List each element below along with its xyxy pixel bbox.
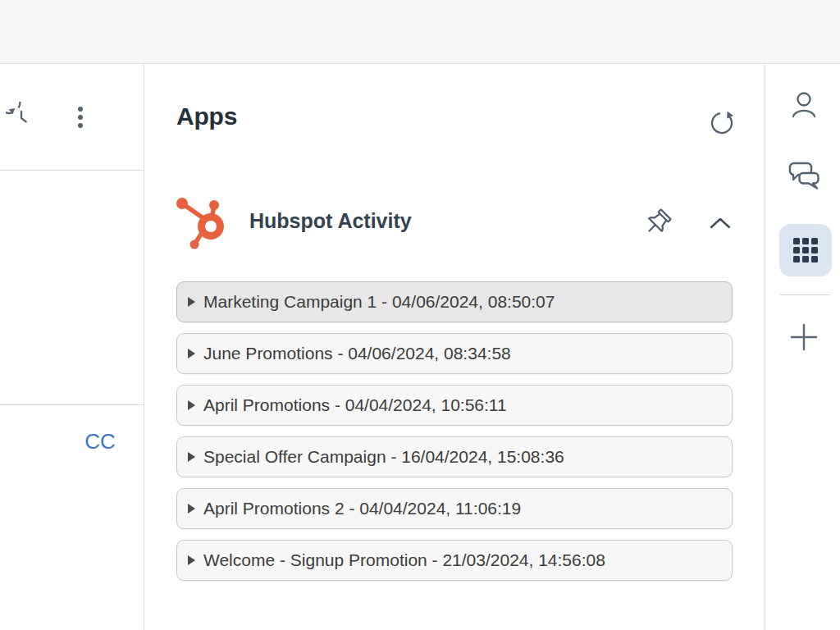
campaign-item[interactable]: Marketing Campaign 1 - 04/06/2024, 08:50… xyxy=(176,281,733,322)
hubspot-logo-icon xyxy=(174,194,231,251)
pin-icon xyxy=(638,206,674,242)
more-options-button[interactable] xyxy=(65,102,96,133)
campaign-item[interactable]: June Promotions - 04/06/2024, 08:34:58 xyxy=(176,333,733,374)
campaign-item[interactable]: Welcome - Signup Promotion - 21/03/2024,… xyxy=(176,540,733,581)
history-icon xyxy=(6,102,37,133)
expand-triangle-icon[interactable] xyxy=(188,555,195,565)
add-app-button[interactable] xyxy=(788,321,820,354)
left-panel-divider xyxy=(0,170,144,171)
more-options-icon xyxy=(65,102,96,133)
widget-title: Hubspot Activity xyxy=(249,209,412,233)
campaign-list: Marketing Campaign 1 - 04/06/2024, 08:50… xyxy=(176,281,733,591)
campaign-item-label: June Promotions - 04/06/2024, 08:34:58 xyxy=(203,344,511,363)
conversations-icon xyxy=(787,159,821,194)
refresh-icon xyxy=(707,107,737,137)
campaign-item-label: Welcome - Signup Promotion - 21/03/2024,… xyxy=(203,550,605,570)
add-icon xyxy=(789,322,819,352)
refresh-button[interactable] xyxy=(705,106,738,139)
left-panel-divider xyxy=(0,404,144,405)
conversations-tab-button[interactable] xyxy=(786,158,822,194)
campaign-item-label: April Promotions 2 - 04/04/2024, 11:06:1… xyxy=(203,499,521,518)
pin-button[interactable] xyxy=(638,206,674,242)
expand-triangle-icon[interactable] xyxy=(188,349,195,358)
campaign-item[interactable]: April Promotions 2 - 04/04/2024, 11:06:1… xyxy=(176,488,733,529)
expand-triangle-icon[interactable] xyxy=(188,297,195,307)
cc-field-label[interactable]: CC xyxy=(80,429,120,454)
collapse-widget-button[interactable] xyxy=(705,212,735,235)
top-bar xyxy=(0,0,840,64)
expand-triangle-icon[interactable] xyxy=(188,400,195,410)
campaign-item-label: Marketing Campaign 1 - 04/06/2024, 08:50… xyxy=(203,292,555,312)
history-button[interactable] xyxy=(6,102,37,133)
apps-tab-button[interactable] xyxy=(779,224,832,276)
chevron-up-icon xyxy=(709,215,732,231)
left-panel: CC xyxy=(0,65,144,630)
campaign-item[interactable]: April Promotions - 04/04/2024, 10:56:11 xyxy=(176,385,733,426)
expand-triangle-icon[interactable] xyxy=(188,452,195,462)
sidebar-divider xyxy=(780,294,830,295)
contact-tab-button[interactable] xyxy=(788,89,820,122)
campaign-item-label: April Promotions - 04/04/2024, 10:56:11 xyxy=(203,395,507,415)
apps-panel: Apps Hubspot Activity xyxy=(144,65,765,630)
apps-grid-icon xyxy=(793,238,818,262)
campaign-item[interactable]: Special Offer Campaign - 16/04/2024, 15:… xyxy=(176,436,733,477)
campaign-item-label: Special Offer Campaign - 16/04/2024, 15:… xyxy=(203,447,564,467)
apps-panel-title: Apps xyxy=(176,103,237,130)
right-sidebar xyxy=(766,65,840,630)
expand-triangle-icon[interactable] xyxy=(188,504,195,514)
person-icon xyxy=(788,89,819,122)
